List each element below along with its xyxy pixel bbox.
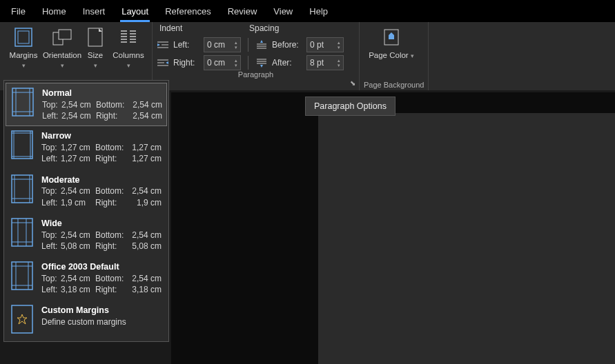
margin-preset-title: Custom Margins: [41, 305, 126, 316]
margin-preset-icon: [11, 261, 33, 290]
paragraph-options-tooltip: Paragraph Options: [305, 97, 396, 116]
value-left: 3,18 cm: [61, 284, 95, 295]
value-bottom: 2,54 cm: [127, 185, 162, 196]
tab-layout[interactable]: Layout: [113, 2, 157, 21]
margins-option-custom-margins[interactable]: Custom MarginsDefine custom margins: [4, 300, 168, 338]
label-right: Right:: [96, 110, 128, 121]
value-right: 3,18 cm: [127, 284, 162, 295]
label-top: Top:: [41, 230, 61, 241]
spinner-icon[interactable]: ▴▾: [235, 40, 237, 50]
margins-button[interactable]: Margins ▾: [4, 23, 43, 70]
orientation-icon: [52, 26, 72, 48]
margin-preset-icon: [11, 130, 33, 159]
indent-right-label: Right:: [173, 58, 199, 68]
orientation-label: Orientation: [43, 51, 81, 61]
value-bottom: 2,54 cm: [128, 99, 162, 110]
value-left: 2,54 cm: [61, 110, 96, 121]
label-left: Left:: [41, 153, 61, 164]
tab-file[interactable]: File: [3, 2, 34, 21]
value-top: 2,54 cm: [61, 99, 96, 110]
page-color-button[interactable]: Page Color ▾: [364, 23, 419, 61]
margin-preset-text: Custom MarginsDefine custom margins: [41, 305, 126, 334]
tab-view[interactable]: View: [265, 2, 301, 21]
label-right: Right:: [95, 241, 127, 252]
label-bottom: Bottom:: [95, 273, 127, 284]
indent-left-input[interactable]: 0 cm▴▾: [204, 37, 241, 52]
spinner-icon[interactable]: ▴▾: [338, 58, 340, 68]
margin-preset-title: Normal: [42, 88, 162, 99]
value-right: 2,54 cm: [128, 110, 162, 121]
tab-insert[interactable]: Insert: [75, 2, 114, 21]
columns-icon: [119, 26, 137, 48]
size-button[interactable]: Size ▾: [81, 23, 109, 70]
value-top: 1,27 cm: [61, 142, 95, 153]
label-top: Top:: [41, 185, 61, 196]
value-top: 2,54 cm: [61, 230, 95, 241]
margin-preset-subtitle: Define custom margins: [41, 316, 126, 327]
tab-references[interactable]: References: [157, 2, 219, 21]
margin-preset-title: Wide: [41, 218, 162, 230]
indent-left-icon: [157, 40, 169, 50]
group-paragraph: Indent Spacing Left: 0 cm▴▾ Before: 0 pt…: [153, 22, 360, 90]
tab-review[interactable]: Review: [219, 2, 266, 21]
columns-button[interactable]: Columns ▾: [109, 23, 148, 70]
document-page[interactable]: [318, 113, 615, 364]
margin-preset-text: WideTop:2,54 cmBottom:2,54 cmLeft:5,08 c…: [41, 218, 162, 252]
margins-option-office-2003-default[interactable]: Office 2003 DefaultTop:2,54 cmBottom:2,5…: [4, 256, 168, 300]
margins-option-moderate[interactable]: ModerateTop:2,54 cmBottom:2,54 cmLeft:1,…: [4, 170, 168, 213]
margin-preset-icon: [11, 305, 33, 334]
value-top: 2,54 cm: [61, 273, 95, 284]
tab-bar: File Home Insert Layout References Revie…: [0, 0, 615, 22]
value-left: 1,9 cm: [61, 197, 95, 208]
spacing-before-icon: [255, 40, 268, 50]
margin-preset-text: Office 2003 DefaultTop:2,54 cmBottom:2,5…: [41, 261, 162, 295]
margin-preset-title: Office 2003 Default: [41, 261, 162, 273]
chevron-down-icon: ▾: [127, 62, 130, 70]
label-bottom: Bottom:: [96, 99, 128, 110]
spacing-after-input[interactable]: 8 pt▴▾: [306, 55, 344, 70]
page-bg-group-label: Page Background: [364, 81, 424, 90]
value-top: 2,54 cm: [61, 185, 95, 196]
page-color-icon: [383, 26, 400, 48]
columns-label: Columns: [113, 51, 144, 61]
tab-help[interactable]: Help: [301, 2, 336, 21]
value-left: 1,27 cm: [61, 153, 95, 164]
label-left: Left:: [41, 284, 61, 295]
margins-option-narrow[interactable]: NarrowTop:1,27 cmBottom:1,27 cmLeft:1,27…: [4, 125, 168, 169]
indent-right-input[interactable]: 0 cm▴▾: [204, 55, 241, 70]
margin-preset-text: NarrowTop:1,27 cmBottom:1,27 cmLeft:1,27…: [41, 130, 162, 164]
margin-preset-text: NormalTop:2,54 cmBottom:2,54 cmLeft:2,54…: [42, 88, 162, 121]
indent-header: Indent: [157, 23, 246, 33]
label-bottom: Bottom:: [95, 142, 127, 153]
margins-icon: [14, 26, 32, 48]
spinner-icon[interactable]: ▴▾: [338, 40, 340, 50]
orientation-button[interactable]: Orientation ▾: [43, 23, 81, 70]
chevron-down-icon: ▾: [94, 62, 97, 70]
label-right: Right:: [95, 153, 127, 164]
label-left: Left:: [41, 197, 61, 208]
margin-preset-icon: [12, 88, 34, 117]
tab-home[interactable]: Home: [34, 2, 75, 21]
margins-option-wide[interactable]: WideTop:2,54 cmBottom:2,54 cmLeft:5,08 c…: [4, 213, 168, 256]
spacing-header: Spacing: [246, 23, 336, 33]
spinner-icon[interactable]: ▴▾: [235, 58, 237, 68]
label-bottom: Bottom:: [95, 230, 127, 241]
chevron-down-icon: ▾: [22, 62, 26, 70]
indent-left-label: Left:: [173, 40, 199, 50]
size-icon: [88, 26, 103, 48]
label-left: Left:: [42, 110, 61, 121]
value-bottom: 1,27 cm: [127, 142, 162, 153]
document-area: [171, 92, 615, 364]
margins-option-normal[interactable]: NormalTop:2,54 cmBottom:2,54 cmLeft:2,54…: [6, 83, 167, 126]
value-right: 5,08 cm: [127, 241, 162, 252]
spacing-before-input[interactable]: 0 pt▴▾: [306, 37, 344, 52]
margin-preset-icon: [11, 218, 33, 247]
label-top: Top:: [42, 99, 61, 110]
chevron-down-icon: ▾: [61, 62, 64, 70]
label-right: Right:: [95, 284, 127, 295]
paragraph-launcher[interactable]: ⬊: [348, 79, 358, 89]
value-right: 1,27 cm: [127, 153, 162, 164]
svg-rect-3: [59, 30, 71, 39]
indent-right-icon: [157, 58, 169, 68]
spacing-before-label: Before:: [272, 40, 302, 50]
